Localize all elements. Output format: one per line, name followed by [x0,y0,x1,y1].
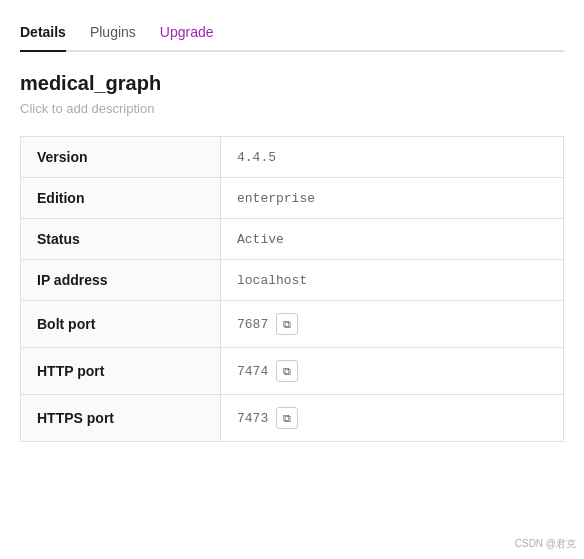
table-value-4: 7687⧉ [221,301,564,348]
info-table: Version4.4.5EditionenterpriseStatusActiv… [20,136,564,442]
table-value-text-6: 7473 [237,411,268,426]
copy-button-4[interactable]: ⧉ [276,313,298,335]
watermark: CSDN @君克 [515,537,576,551]
copy-button-5[interactable]: ⧉ [276,360,298,382]
table-key-0: Version [21,137,221,178]
description-placeholder[interactable]: Click to add description [20,101,564,116]
table-value-0: 4.4.5 [221,137,564,178]
copy-button-6[interactable]: ⧉ [276,407,298,429]
table-key-2: Status [21,219,221,260]
table-key-5: HTTP port [21,348,221,395]
table-row: HTTPS port7473⧉ [21,395,564,442]
table-row: HTTP port7474⧉ [21,348,564,395]
table-row: Bolt port7687⧉ [21,301,564,348]
table-value-6: 7473⧉ [221,395,564,442]
table-value-3: localhost [221,260,564,301]
table-key-1: Edition [21,178,221,219]
table-row: IP addresslocalhost [21,260,564,301]
table-row: Version4.4.5 [21,137,564,178]
table-row: Editionenterprise [21,178,564,219]
table-key-6: HTTPS port [21,395,221,442]
table-key-3: IP address [21,260,221,301]
tab-bar: DetailsPluginsUpgrade [20,16,564,52]
table-value-text-5: 7474 [237,364,268,379]
table-value-text-4: 7687 [237,317,268,332]
page-title: medical_graph [20,72,564,95]
table-key-4: Bolt port [21,301,221,348]
table-value-5: 7474⧉ [221,348,564,395]
table-value-1: enterprise [221,178,564,219]
table-value-2: Active [221,219,564,260]
tab-plugins[interactable]: Plugins [90,16,136,52]
tab-details[interactable]: Details [20,16,66,52]
main-container: DetailsPluginsUpgrade medical_graph Clic… [0,0,584,458]
tab-upgrade[interactable]: Upgrade [160,16,214,52]
table-row: StatusActive [21,219,564,260]
